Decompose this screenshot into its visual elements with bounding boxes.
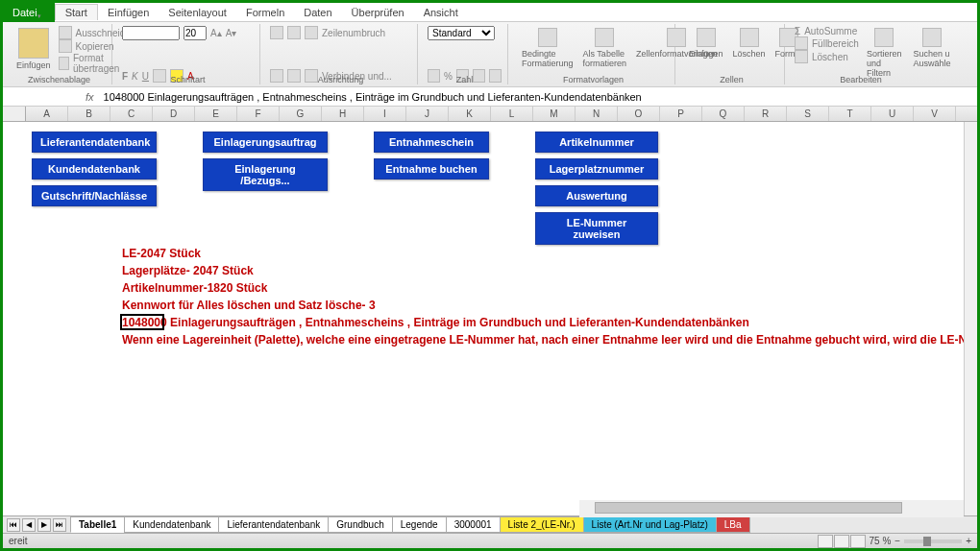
copy-icon — [59, 39, 72, 53]
wrap-text-button[interactable]: Zeilenumbruch — [322, 28, 385, 38]
col-B[interactable]: B — [68, 107, 110, 121]
sheet-tab-liste2[interactable]: Liste 2_(LE-Nr.) — [500, 516, 584, 533]
font-size[interactable] — [184, 26, 207, 40]
sheet-tab-liste-art[interactable]: Liste (Art.Nr und Lag-Platz) — [583, 516, 717, 533]
sheet-tab-lieferantendatenbank[interactable]: Lieferantendatenbank — [218, 516, 329, 533]
delete-cells-button[interactable]: Löschen — [729, 26, 770, 60]
paste-button[interactable]: Einfügen — [12, 26, 55, 74]
tab-ansicht[interactable]: Ansicht — [414, 5, 468, 20]
select-all-corner[interactable] — [3, 107, 26, 121]
zoom-label: 75 % — [870, 536, 892, 546]
col-F[interactable]: F — [237, 107, 280, 121]
btn-einlagerung-bezug[interactable]: Einlagerung /Bezugs... — [203, 158, 328, 191]
formula-bar[interactable]: 1048000 Einlagerungsaufträgen , Entnahme… — [100, 91, 977, 103]
view-normal-button[interactable] — [818, 535, 833, 548]
btn-auswertung[interactable]: Auswertung — [535, 185, 658, 206]
fill-icon — [795, 36, 808, 50]
btn-gutschrift[interactable]: Gutschrift/Nachlässe — [32, 185, 157, 206]
sheet-grid[interactable]: Lieferantendatenbank Kundendatenbank Gut… — [3, 122, 977, 525]
grow-font-icon[interactable]: A▴ — [210, 28, 222, 38]
insert-cells-button[interactable]: Einfügen — [685, 26, 727, 60]
text-lagerplaetze: Lagerplätze- 2047 Stück — [122, 264, 254, 277]
view-break-button[interactable] — [850, 535, 866, 548]
zoom-in-button[interactable]: + — [966, 536, 971, 546]
scrollbar-vertical[interactable] — [964, 122, 977, 515]
col-O[interactable]: O — [618, 107, 660, 121]
group-clipboard: Zwischenablage — [7, 75, 111, 84]
col-C[interactable]: C — [110, 107, 153, 121]
tab-nav-prev[interactable]: ◀ — [22, 518, 36, 532]
group-align: Ausrichtung — [264, 75, 417, 84]
number-format-select[interactable]: Standard — [428, 26, 495, 40]
btn-le-nummer[interactable]: LE-Nummer zuweisen — [535, 212, 658, 245]
col-U[interactable]: U — [871, 107, 914, 121]
col-D[interactable]: D — [153, 107, 195, 121]
col-T[interactable]: T — [829, 107, 871, 121]
scrollbar-horizontal[interactable] — [579, 500, 964, 517]
col-A[interactable]: A — [26, 107, 68, 121]
col-Q[interactable]: Q — [702, 107, 745, 121]
group-font: Schriftart — [116, 75, 259, 84]
text-le-stueck: LE-2047 Stück — [122, 247, 201, 260]
fill-button[interactable]: Füllbereich — [795, 36, 859, 50]
fx-icon[interactable]: fx — [80, 91, 100, 103]
status-ready: ereit — [9, 536, 27, 546]
autosum-button[interactable]: ΣAutoSumme — [795, 26, 859, 36]
col-K[interactable]: K — [449, 107, 491, 121]
sheet-tab-3000001[interactable]: 3000001 — [446, 516, 501, 533]
zoom-slider[interactable] — [904, 539, 962, 543]
sigma-icon: Σ — [795, 26, 800, 36]
tab-nav-last[interactable]: ⏭ — [53, 518, 66, 532]
clear-button[interactable]: Löschen — [795, 50, 859, 63]
view-layout-button[interactable] — [834, 535, 849, 548]
group-number: Zahl — [422, 75, 507, 84]
col-L[interactable]: L — [491, 107, 533, 121]
text-artikelnummer: Artikelnummer-1820 Stück — [122, 281, 267, 295]
btn-artikelnummer[interactable]: Artikelnummer — [535, 132, 658, 153]
col-P[interactable]: P — [660, 107, 702, 121]
col-S[interactable]: S — [787, 107, 829, 121]
ribbon-tabs: Datei Start Einfügen Seitenlayout Formel… — [3, 3, 977, 22]
col-M[interactable]: M — [533, 107, 576, 121]
sheet-tab-tabelle1[interactable]: Tabelle1 — [70, 516, 125, 533]
align-tr-icon[interactable] — [305, 26, 318, 39]
align-tc-icon[interactable] — [287, 26, 301, 39]
tab-ueberpruefen[interactable]: Überprüfen — [342, 5, 414, 20]
tab-seitenlayout[interactable]: Seitenlayout — [159, 5, 236, 20]
find-select-button[interactable]: Suchen u Auswähle — [909, 26, 954, 80]
sheet-tab-kundendatenbank[interactable]: Kundendatenbank — [124, 516, 219, 533]
col-N[interactable]: N — [576, 107, 618, 121]
btn-kundendatenbank[interactable]: Kundendatenbank — [32, 158, 157, 180]
col-V[interactable]: V — [914, 107, 956, 121]
cond-format-button[interactable]: Bedingte Formatierung — [518, 26, 577, 70]
tab-formeln[interactable]: Formeln — [236, 5, 294, 20]
table-format-button[interactable]: Als Tabelle formatieren — [579, 26, 631, 70]
btn-lagerplatznummer[interactable]: Lagerplatznummer — [535, 158, 658, 180]
tab-nav-next[interactable]: ▶ — [37, 518, 51, 532]
col-R[interactable]: R — [745, 107, 787, 121]
shrink-font-icon[interactable]: A▾ — [226, 28, 237, 38]
col-J[interactable]: J — [406, 107, 449, 121]
col-H[interactable]: H — [322, 107, 364, 121]
sheet-tab-lba[interactable]: LBa — [716, 516, 750, 533]
tab-nav-first[interactable]: ⏮ — [7, 518, 20, 532]
btn-entnahme-buchen[interactable]: Entnahme buchen — [374, 158, 489, 180]
col-G[interactable]: G — [280, 107, 322, 121]
sort-filter-button[interactable]: Sortieren und Filtern — [863, 26, 906, 80]
tab-einfuegen[interactable]: Einfügen — [98, 5, 159, 20]
group-cells: Zellen — [679, 75, 784, 84]
btn-lieferantendatenbank[interactable]: Lieferantendatenbank — [32, 132, 157, 153]
tab-daten[interactable]: Daten — [294, 5, 341, 20]
text-kennwort: Kennwort für Alles löschen und Satz lösc… — [122, 299, 376, 312]
tab-file[interactable]: Datei — [3, 3, 55, 22]
col-E[interactable]: E — [195, 107, 237, 121]
btn-einlagerungsauftrag[interactable]: Einlagerungsauftrag — [203, 132, 328, 153]
zoom-out-button[interactable]: − — [894, 536, 900, 546]
col-I[interactable]: I — [364, 107, 406, 121]
btn-entnahmeschein[interactable]: Entnahmeschein — [374, 132, 489, 153]
align-tl-icon[interactable] — [270, 26, 283, 39]
sheet-tab-grundbuch[interactable]: Grundbuch — [328, 516, 392, 533]
font-name[interactable] — [122, 26, 180, 40]
sheet-tab-legende[interactable]: Legende — [392, 516, 447, 533]
tab-start[interactable]: Start — [55, 4, 98, 20]
